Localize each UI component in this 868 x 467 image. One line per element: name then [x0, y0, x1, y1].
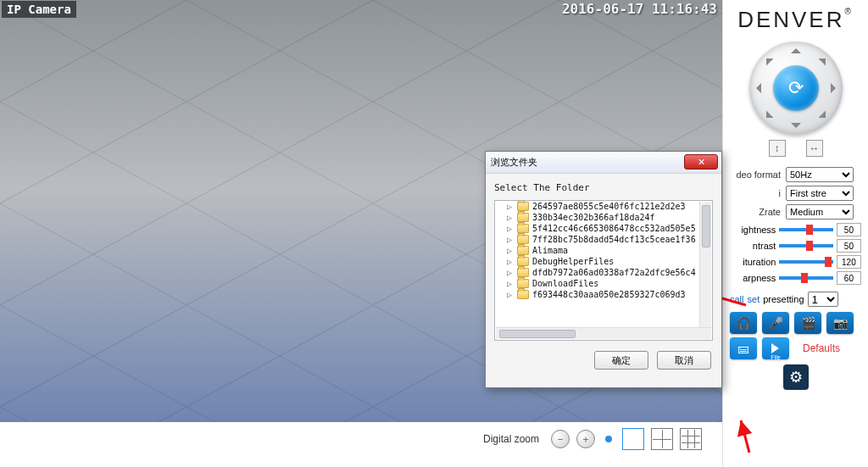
layout-single-button[interactable]: [622, 428, 644, 450]
ptz-left-button[interactable]: [751, 83, 761, 93]
expand-triangle-icon[interactable]: ▷: [507, 268, 514, 277]
dialog-subtitle: Select The Folder: [486, 174, 721, 197]
zoom-indicator-dot: [605, 436, 612, 442]
expand-triangle-icon[interactable]: ▷: [507, 279, 514, 288]
audio-listen-button[interactable]: 🎧: [730, 312, 757, 334]
layout-2x2-button[interactable]: [651, 428, 673, 450]
dialog-close-button[interactable]: ✕: [684, 154, 718, 170]
sharpness-value: 60: [837, 271, 861, 285]
zoom-toolbar: Digital zoom － ＋: [0, 422, 722, 456]
zrate-label: Zrate: [730, 207, 781, 217]
expand-triangle-icon[interactable]: ▷: [507, 290, 514, 299]
folder-icon: [517, 257, 529, 266]
stream-label: i: [730, 188, 781, 198]
folder-name: f693448c30aaa050e2859327c069d3: [532, 290, 686, 299]
sharpness-slider[interactable]: [779, 276, 832, 280]
folder-name: Alimama: [532, 246, 568, 255]
audio-talk-button[interactable]: 🎤: [762, 312, 789, 334]
video-format-label: deo format: [730, 170, 781, 180]
folder-tree-item[interactable]: ▷330b34ec302b366af18da24f: [507, 212, 712, 223]
defaults-link[interactable]: Defaults: [803, 342, 840, 354]
expand-triangle-icon[interactable]: ▷: [507, 224, 514, 233]
video-format-select[interactable]: 50Hz: [786, 167, 854, 182]
expand-triangle-icon[interactable]: ▷: [507, 213, 514, 222]
folder-name: 5f412cc46c6653086478cc532ad505e5: [532, 224, 696, 233]
ptz-dial: [749, 42, 843, 135]
ptz-refresh-button[interactable]: [773, 65, 819, 111]
folder-icon: [517, 213, 529, 222]
folder-icon: [517, 246, 529, 255]
camera-label: IP Camera: [2, 1, 76, 18]
dialog-cancel-button[interactable]: 取消: [657, 351, 711, 370]
saturation-value: 120: [837, 255, 861, 269]
folder-tree-item[interactable]: ▷5f412cc46c6653086478cc532ad505e5: [507, 223, 712, 234]
contrast-label: ntrast: [730, 241, 776, 251]
folder-icon: [517, 279, 529, 288]
brightness-label: ightness: [730, 225, 776, 235]
brightness-slider[interactable]: [779, 228, 832, 231]
folder-name: 264597ae8055c5e40f6fc121e2d2e3: [532, 202, 686, 211]
tree-horizontal-scrollbar[interactable]: [496, 327, 711, 339]
flip-horizontal-button[interactable]: ↔: [806, 140, 823, 157]
saturation-slider[interactable]: [779, 260, 832, 264]
expand-triangle-icon[interactable]: ▷: [507, 246, 514, 255]
preset-call-link[interactable]: call: [730, 294, 744, 304]
folder-tree-item[interactable]: ▷dfdb7972a06ad0338af72a2dfc9e56c4: [507, 267, 712, 278]
dialog-titlebar[interactable]: 浏览文件夹 ✕: [486, 152, 721, 174]
dialog-ok-button[interactable]: 确定: [594, 351, 648, 370]
file-play-button[interactable]: File: [762, 337, 789, 359]
folder-tree-item[interactable]: ▷DownloadFiles: [507, 278, 712, 289]
folder-icon: [517, 202, 529, 211]
preset-set-link[interactable]: set: [748, 294, 760, 304]
contrast-value: 50: [837, 239, 861, 253]
folder-name: DownloadFiles: [532, 279, 598, 288]
folder-name: 330b34ec302b366af18da24f: [532, 213, 655, 222]
side-panel: DENVER® ↕ ↔ deo format 50Hz i First stre…: [722, 0, 868, 467]
contrast-slider[interactable]: [779, 244, 832, 247]
settings-gear-button[interactable]: ⚙: [783, 364, 809, 390]
expand-triangle-icon[interactable]: ▷: [507, 257, 514, 266]
folder-tree[interactable]: ▷264597ae8055c5e40f6fc121e2d2e3▷330b34ec…: [494, 200, 713, 341]
folder-tree-item[interactable]: ▷Alimama: [507, 245, 712, 256]
flip-vertical-button[interactable]: ↕: [769, 140, 786, 157]
expand-triangle-icon[interactable]: ▷: [507, 202, 514, 211]
folder-tree-item[interactable]: ▷264597ae8055c5e40f6fc121e2d2e3: [507, 201, 712, 212]
snapshot-button[interactable]: 📷: [826, 312, 854, 334]
ptz-right-button[interactable]: [831, 83, 841, 93]
record-button[interactable]: 🎬: [794, 312, 821, 334]
sharpness-label: arpness: [730, 273, 776, 283]
folder-tree-item[interactable]: ▷f693448c30aaa050e2859327c069d3: [507, 289, 712, 300]
zrate-select[interactable]: Medium: [786, 204, 854, 220]
browse-folder-dialog: 浏览文件夹 ✕ Select The Folder ▷264597ae8055c…: [485, 151, 722, 388]
preset-select[interactable]: 1: [808, 292, 838, 307]
folder-name: 7ff28bc75b8dadd54dcf13c5ceae1f36: [532, 235, 696, 244]
folder-icon: [517, 290, 529, 299]
preset-label: presetting: [763, 294, 804, 304]
zoom-out-button[interactable]: －: [551, 430, 570, 448]
stream-select[interactable]: First stre: [786, 186, 854, 201]
saturation-label: ituration: [730, 257, 776, 267]
layout-3x3-button[interactable]: [680, 428, 702, 450]
digital-zoom-label: Digital zoom: [483, 433, 539, 445]
folder-name: DebugHelperFiles: [532, 257, 614, 266]
ptz-down-button[interactable]: [791, 123, 801, 133]
video-timestamp: 2016-06-17 11:16:43: [562, 1, 717, 17]
brand-logo: DENVER®: [730, 7, 861, 33]
folder-icon: [517, 268, 529, 277]
folder-icon: [517, 224, 529, 233]
expand-triangle-icon[interactable]: ▷: [507, 235, 514, 244]
tree-vertical-scrollbar[interactable]: [699, 202, 711, 327]
folder-name: dfdb7972a06ad0338af72a2dfc9e56c4: [532, 268, 696, 277]
folder-tree-item[interactable]: ▷DebugHelperFiles: [507, 256, 712, 267]
dialog-title-text: 浏览文件夹: [491, 156, 537, 169]
storage-button[interactable]: 🖴: [730, 337, 757, 359]
brightness-value: 50: [837, 223, 861, 236]
ptz-up-button[interactable]: [791, 43, 801, 53]
zoom-in-button[interactable]: ＋: [576, 430, 595, 448]
folder-tree-item[interactable]: ▷7ff28bc75b8dadd54dcf13c5ceae1f36: [507, 234, 712, 245]
folder-icon: [517, 235, 529, 244]
